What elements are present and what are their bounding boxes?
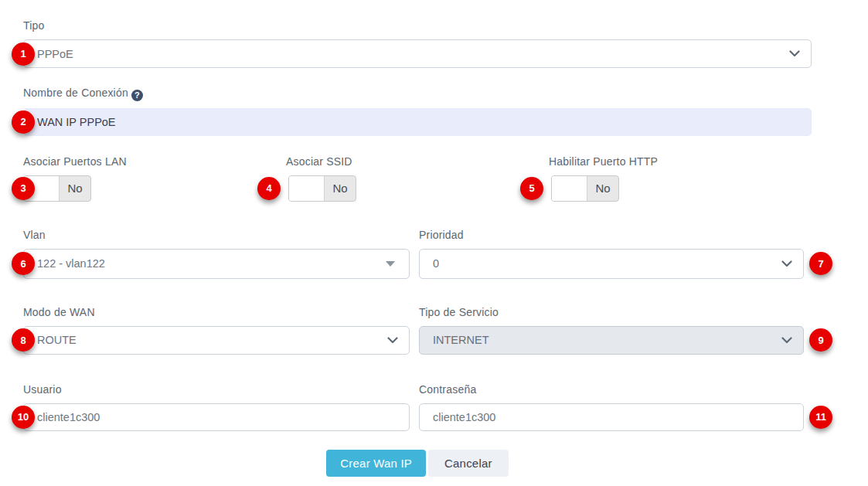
field-tipo-servicio: Tipo de Servicio INTERNET 9: [419, 305, 804, 355]
annotation-badge-5: 5: [520, 177, 543, 200]
habilitar-http-toggle[interactable]: No: [551, 175, 619, 202]
prioridad-label: Prioridad: [419, 228, 804, 242]
field-nombre-conexion: Nombre de Conexión? 2: [23, 86, 812, 136]
annotation-badge-8: 8: [12, 328, 35, 352]
modo-wan-select[interactable]: ROUTE: [23, 326, 410, 355]
crear-wan-ip-button[interactable]: Crear Wan IP: [326, 450, 426, 477]
prioridad-select-value: 0: [433, 257, 439, 270]
field-modo-wan: Modo de WAN ROUTE 8: [23, 305, 410, 355]
field-contrasena: Contraseña 11: [419, 382, 804, 431]
nombre-conexion-input[interactable]: [23, 108, 812, 136]
tipo-servicio-select: INTERNET: [419, 326, 804, 355]
vlan-select[interactable]: 122 - vlan122: [23, 249, 410, 279]
credenciales-row: Usuario 10 Contraseña 11: [23, 382, 835, 431]
asociar-ssid-label: Asociar SSID: [286, 155, 549, 168]
tipo-select-value: PPPoE: [37, 48, 73, 60]
toggle-knob: [289, 176, 325, 201]
modo-wan-select-value: ROUTE: [37, 334, 77, 346]
tipo-servicio-select-value: INTERNET: [433, 334, 489, 346]
tipo-servicio-label: Tipo de Servicio: [419, 305, 804, 319]
annotation-badge-11: 11: [809, 406, 832, 429]
chevron-down-icon: [387, 337, 398, 344]
chevron-down-icon: [789, 50, 800, 57]
habilitar-http-toggle-value: No: [587, 176, 618, 201]
modo-wan-label: Modo de WAN: [23, 305, 410, 319]
cancelar-button[interactable]: Cancelar: [428, 450, 509, 477]
toggles-row: Asociar Puertos LAN No 3 Asociar SSID No…: [23, 155, 812, 202]
prioridad-select[interactable]: 0: [419, 249, 804, 279]
field-prioridad: Prioridad 0 7: [419, 228, 804, 279]
tipo-select[interactable]: PPPoE: [23, 39, 812, 68]
chevron-down-icon: [781, 337, 792, 344]
field-usuario: Usuario 10: [23, 382, 410, 431]
annotation-badge-2: 2: [12, 110, 35, 134]
asociar-ssid-toggle[interactable]: No: [288, 175, 356, 202]
annotation-badge-1: 1: [12, 42, 35, 66]
annotation-badge-4: 4: [257, 177, 281, 200]
asociar-ssid-toggle-value: No: [325, 176, 356, 201]
modo-servicio-row: Modo de WAN ROUTE 8 Tipo de Servicio INT…: [23, 305, 835, 355]
field-vlan: Vlan 122 - vlan122 6: [23, 228, 410, 279]
habilitar-http-label: Habilitar Puerto HTTP: [549, 155, 812, 168]
field-asociar-lan: Asociar Puertos LAN No 3: [23, 155, 286, 202]
annotation-badge-10: 10: [12, 406, 35, 429]
form-actions: Crear Wan IP Cancelar: [23, 450, 812, 477]
contrasena-label: Contraseña: [419, 382, 804, 396]
annotation-badge-3: 3: [12, 177, 35, 200]
wan-pppoe-form: Tipo PPPoE 1 Nombre de Conexión? 2 Asoci…: [0, 0, 835, 477]
annotation-badge-6: 6: [12, 252, 35, 275]
contrasena-input[interactable]: [419, 403, 804, 431]
usuario-input[interactable]: [23, 403, 410, 431]
vlan-prioridad-row: Vlan 122 - vlan122 6 Prioridad 0 7: [23, 228, 835, 279]
annotation-badge-7: 7: [809, 252, 832, 275]
vlan-select-value: 122 - vlan122: [37, 257, 105, 270]
asociar-lan-toggle-value: No: [60, 176, 90, 201]
nombre-conexion-label: Nombre de Conexión?: [23, 86, 812, 101]
tipo-label: Tipo: [23, 19, 812, 32]
annotation-badge-9: 9: [809, 328, 832, 352]
field-habilitar-http: Habilitar Puerto HTTP No 5: [549, 155, 812, 202]
field-asociar-ssid: Asociar SSID No 4: [286, 155, 549, 202]
toggle-knob: [552, 176, 587, 201]
field-tipo: Tipo PPPoE 1: [23, 19, 812, 68]
vlan-label: Vlan: [23, 228, 410, 242]
asociar-lan-label: Asociar Puertos LAN: [23, 155, 286, 168]
chevron-down-icon: [781, 260, 792, 267]
usuario-label: Usuario: [23, 382, 410, 396]
help-icon[interactable]: ?: [131, 90, 143, 101]
nombre-conexion-label-text: Nombre de Conexión: [23, 87, 128, 99]
dropdown-arrow-icon: [386, 261, 395, 267]
